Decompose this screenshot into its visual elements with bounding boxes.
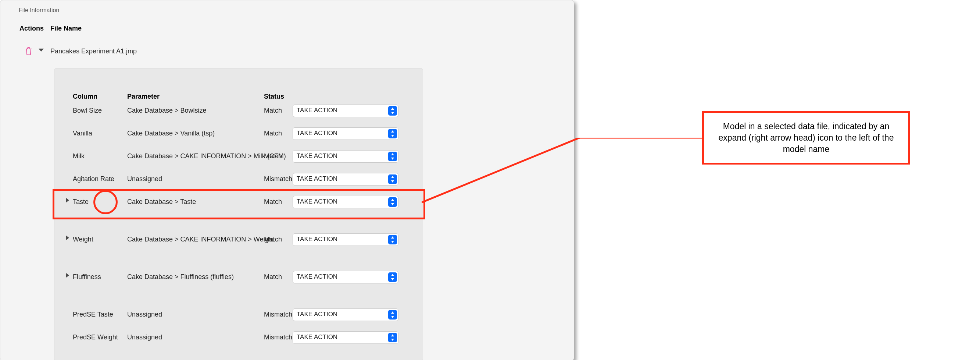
- cell-column: Agitation Rate: [73, 175, 115, 183]
- table-row: WeightCake Database > CAKE INFORMATION >…: [54, 235, 423, 258]
- updown-icon: [388, 197, 397, 207]
- take-action-select[interactable]: TAKE ACTION: [293, 173, 398, 186]
- table-row: TasteCake Database > TasteMatchTAKE ACTI…: [54, 198, 423, 221]
- take-action-select[interactable]: TAKE ACTION: [293, 196, 398, 208]
- header-status: Status: [264, 93, 284, 101]
- updown-icon: [388, 174, 397, 184]
- header-column: Column: [73, 93, 97, 101]
- updown-icon: [388, 235, 397, 245]
- select-label: TAKE ACTION: [297, 333, 337, 341]
- updown-icon: [388, 272, 397, 282]
- select-label: TAKE ACTION: [297, 130, 337, 137]
- cell-status: Match: [264, 198, 282, 206]
- cell-parameter: Cake Database > Bowlsize: [127, 107, 207, 115]
- chevron-right-icon[interactable]: [65, 272, 71, 280]
- cell-parameter: Cake Database > CAKE INFORMATION > Milk …: [127, 152, 286, 160]
- cell-status: Mismatch: [264, 175, 292, 183]
- cell-column: Milk: [73, 152, 84, 160]
- cell-status: Mismatch: [264, 311, 292, 318]
- table-row: Bowl SizeCake Database > BowlsizeMatchTA…: [54, 107, 423, 130]
- cell-column: Weight: [73, 235, 93, 243]
- cell-column: PredSE Taste: [73, 311, 113, 318]
- take-action-select[interactable]: TAKE ACTION: [293, 234, 398, 246]
- cell-column: Bowl Size: [73, 107, 102, 115]
- cell-parameter: Unassigned: [127, 175, 162, 183]
- chevron-right-icon[interactable]: [65, 197, 71, 205]
- table-row: PredSE WeightUnassignedMismatchTAKE ACTI…: [54, 333, 423, 356]
- updown-icon: [388, 106, 397, 115]
- chevron-down-icon[interactable]: [38, 47, 45, 55]
- section-title: File Information: [19, 7, 59, 14]
- details-card: Column Parameter Status Bowl SizeCake Da…: [54, 68, 423, 360]
- chevron-right-icon[interactable]: [65, 235, 71, 242]
- select-label: TAKE ACTION: [297, 107, 337, 114]
- updown-icon: [388, 129, 397, 138]
- select-label: TAKE ACTION: [297, 152, 337, 160]
- cell-parameter: Unassigned: [127, 311, 162, 318]
- cell-parameter: Cake Database > CAKE INFORMATION > Weigh…: [127, 235, 274, 243]
- cell-parameter: Cake Database > Vanilla (tsp): [127, 130, 215, 137]
- cell-column: PredSE Weight: [73, 333, 118, 341]
- cell-status: Mismatch: [264, 333, 292, 341]
- cell-parameter: Unassigned: [127, 333, 162, 341]
- column-header-file-name: File Name: [50, 25, 82, 32]
- select-label: TAKE ACTION: [297, 175, 337, 182]
- file-name: Pancakes Experiment A1.jmp: [50, 48, 137, 55]
- cell-status: Match: [264, 152, 282, 160]
- file-information-panel: File Information Actions File Name Panca…: [0, 0, 574, 360]
- cell-status: Match: [264, 130, 282, 137]
- cell-parameter: Cake Database > Taste: [127, 198, 196, 206]
- table-row: VanillaCake Database > Vanilla (tsp)Matc…: [54, 130, 423, 152]
- cell-column: Taste: [73, 198, 89, 206]
- table-row: FluffinessCake Database > Fluffiness (fl…: [54, 273, 423, 296]
- header-parameter: Parameter: [127, 93, 159, 101]
- cell-status: Match: [264, 235, 282, 243]
- updown-icon: [388, 152, 397, 161]
- annotation-callout-text: Model in a selected data file, indicated…: [711, 121, 902, 155]
- select-label: TAKE ACTION: [297, 198, 337, 205]
- take-action-select[interactable]: TAKE ACTION: [293, 104, 398, 117]
- take-action-select[interactable]: TAKE ACTION: [293, 309, 398, 321]
- select-label: TAKE ACTION: [297, 273, 337, 280]
- select-label: TAKE ACTION: [297, 235, 337, 243]
- updown-icon: [388, 310, 397, 320]
- cell-parameter: Cake Database > Fluffiness (fluffies): [127, 273, 234, 281]
- take-action-select[interactable]: TAKE ACTION: [293, 127, 398, 140]
- table-row: Agitation RateUnassignedMismatchTAKE ACT…: [54, 175, 423, 198]
- column-header-actions: Actions: [19, 25, 44, 32]
- table-row: MilkCake Database > CAKE INFORMATION > M…: [54, 152, 423, 175]
- take-action-select[interactable]: TAKE ACTION: [293, 271, 398, 283]
- cell-status: Match: [264, 107, 282, 115]
- updown-icon: [388, 333, 397, 342]
- annotation-callout: Model in a selected data file, indicated…: [702, 111, 910, 165]
- table-row: PredSE TasteUnassignedMismatchTAKE ACTIO…: [54, 311, 423, 333]
- trash-icon[interactable]: [25, 47, 33, 57]
- cell-column: Vanilla: [73, 130, 92, 137]
- select-label: TAKE ACTION: [297, 311, 337, 318]
- take-action-select[interactable]: TAKE ACTION: [293, 150, 398, 163]
- cell-status: Match: [264, 273, 282, 281]
- cell-column: Fluffiness: [73, 273, 101, 281]
- take-action-select[interactable]: TAKE ACTION: [293, 331, 398, 344]
